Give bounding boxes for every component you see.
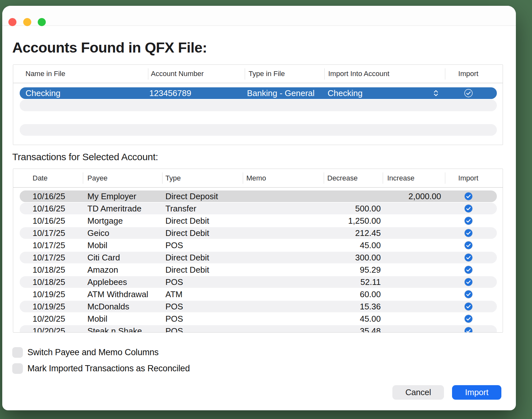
import-button[interactable]: Import [452,385,501,400]
transaction-payee: McDonalds [87,301,129,312]
transaction-payee: Applebees [87,276,127,288]
transaction-date: 10/17/25 [33,239,65,251]
account-name-in-file: Checking [25,87,60,99]
transactions-table-header: Date Payee Type Memo Decrease Increase I… [13,169,503,187]
col-type-in-file: Type in File [249,65,285,83]
transaction-import-checkbox[interactable] [464,253,473,262]
transaction-row[interactable]: 10/17/25 Citi Card Direct Debit 300.00 [20,252,497,263]
transaction-import-checkbox[interactable] [464,192,473,200]
page-title: Accounts Found in QFX File: [12,40,207,56]
column-divider [445,172,445,184]
account-type-in-file: Banking - General [247,87,315,99]
transaction-decrease: 60.00 [316,288,381,300]
accounts-table: Name in File Account Number Type in File… [13,64,503,145]
transaction-decrease: 15.36 [316,301,381,312]
transaction-type: Direct Debit [165,227,209,239]
transaction-decrease: 212.45 [316,227,381,239]
option-mark-reconciled[interactable]: Mark Imported Transactions as Reconciled [12,363,190,374]
transaction-import-checkbox[interactable] [464,327,473,333]
transaction-payee: Mobil [87,313,107,325]
transaction-payee: Amazon [87,264,118,276]
checkbox-unchecked-icon[interactable] [12,363,23,374]
transaction-date: 10/18/25 [33,264,65,276]
transaction-row[interactable]: 10/18/25 Applebees POS 52.11 [20,276,497,288]
transaction-row[interactable]: 10/20/25 Mobil POS 45.00 [20,313,497,325]
account-import-checkbox[interactable] [464,89,473,97]
column-divider [83,172,83,184]
minimize-button[interactable] [23,18,31,26]
accounts-table-header: Name in File Account Number Type in File… [13,65,503,83]
transaction-type: Direct Debit [165,215,209,227]
col-decrease: Decrease [327,169,358,187]
zoom-button[interactable] [38,18,46,26]
transaction-row[interactable]: 10/16/25 My Employer Direct Deposit 2,00… [20,190,497,202]
transaction-decrease: 45.00 [316,239,381,251]
transaction-date: 10/19/25 [33,301,65,312]
transaction-payee: Citi Card [87,252,120,263]
transaction-payee: Steak n Shake [87,325,142,333]
column-divider [245,68,245,80]
transaction-date: 10/20/25 [33,325,65,333]
header-divider [13,187,503,188]
import-into-account-popup[interactable]: Checking [328,87,362,99]
transaction-import-checkbox[interactable] [464,229,473,237]
transaction-payee: My Employer [87,190,136,202]
option-label: Switch Payee and Memo Columns [27,347,159,357]
transaction-type: POS [165,301,183,312]
transaction-type: POS [165,239,183,251]
account-row-empty[interactable] [20,124,497,136]
transaction-import-checkbox[interactable] [464,315,473,323]
col-tx-import: Import [445,169,492,187]
checkbox-unchecked-icon[interactable] [12,347,23,358]
option-label: Mark Imported Transactions as Reconciled [27,364,190,374]
account-row-selected[interactable]: Checking 123456789 Banking - General Che… [20,87,497,99]
account-number: 123456789 [149,87,191,99]
transaction-row[interactable]: 10/16/25 Mortgage Direct Debit 1,250.00 [20,215,497,227]
col-import: Import [445,65,492,83]
transaction-import-checkbox[interactable] [464,241,473,249]
column-divider [383,172,383,184]
transaction-import-checkbox[interactable] [464,217,473,225]
col-payee: Payee [87,169,107,187]
transaction-row[interactable]: 10/16/25 TD Ameritrade Transfer 500.00 [20,203,497,214]
transaction-increase: 2,000.00 [377,190,441,202]
column-divider [324,68,325,80]
cancel-button[interactable]: Cancel [392,385,444,400]
transaction-payee: TD Ameritrade [87,203,142,214]
transaction-type: Direct Debit [165,252,209,263]
titlebar[interactable] [2,6,516,26]
transaction-payee: Geico [87,227,109,239]
col-name-in-file: Name in File [25,65,65,83]
column-divider [243,172,243,184]
transaction-row[interactable]: 10/20/25 Steak n Shake POS 35.48 [20,325,497,333]
column-divider [162,172,163,184]
transaction-decrease: 95.29 [316,264,381,276]
transaction-type: Direct Deposit [165,190,218,202]
transaction-row[interactable]: 10/19/25 McDonalds POS 15.36 [20,301,497,312]
transaction-date: 10/19/25 [33,288,65,300]
option-switch-payee-memo[interactable]: Switch Payee and Memo Columns [12,347,159,358]
transaction-row[interactable]: 10/17/25 Geico Direct Debit 212.45 [20,227,497,239]
close-button[interactable] [8,18,16,26]
transaction-date: 10/16/25 [33,215,65,227]
transactions-section-title: Transactions for Selected Account: [12,151,158,162]
column-divider [148,68,148,80]
transaction-row[interactable]: 10/18/25 Amazon Direct Debit 95.29 [20,264,497,276]
transaction-import-checkbox[interactable] [464,302,473,311]
transaction-type: POS [165,313,183,325]
transaction-import-checkbox[interactable] [464,290,473,298]
transaction-import-checkbox[interactable] [464,204,473,213]
transaction-decrease: 52.11 [316,276,381,288]
transaction-import-checkbox[interactable] [464,266,473,274]
transaction-import-checkbox[interactable] [464,278,473,286]
transaction-row[interactable]: 10/17/25 Mobil POS 45.00 [20,239,497,251]
transaction-payee: Mortgage [87,215,123,227]
transaction-type: POS [165,276,183,288]
transaction-row[interactable]: 10/19/25 ATM Withdrawal ATM 60.00 [20,288,497,300]
column-divider [445,68,445,80]
chevron-up-down-icon[interactable] [433,89,438,97]
account-row-empty[interactable] [20,100,497,111]
transaction-type: Transfer [165,203,196,214]
col-memo: Memo [246,169,266,187]
transaction-type: Direct Debit [165,264,209,276]
